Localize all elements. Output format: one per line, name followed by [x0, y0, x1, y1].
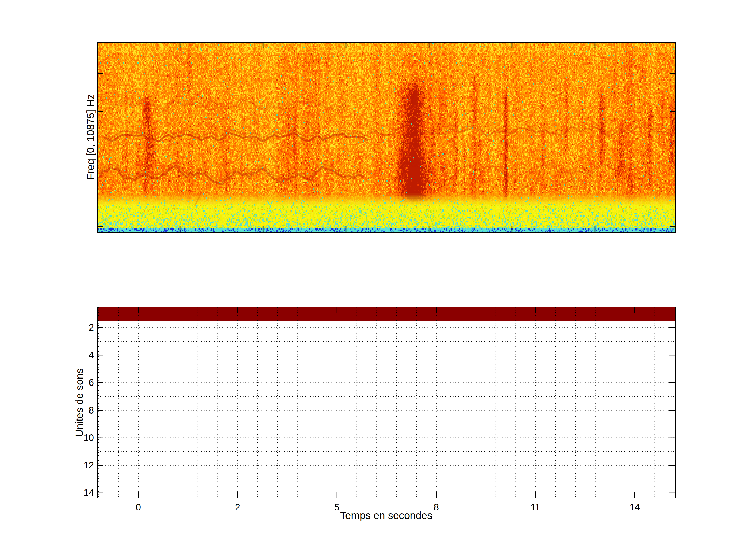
y-tick-label: 12 [83, 460, 94, 471]
figure-window: { "figure": {"width": 2880, "height": 21… [0, 0, 747, 560]
spectrogram-y-axis-label: Freq [0, 10875] Hz [85, 94, 97, 180]
detections-plot [97, 307, 676, 498]
y-tick-label: 2 [89, 322, 94, 333]
y-tick-label: 4 [89, 350, 94, 361]
detection-bar [97, 307, 676, 321]
y-tick-label: 8 [89, 405, 94, 416]
axes-border [98, 307, 675, 498]
x-tick-label: 2 [235, 502, 240, 513]
detections-x-axis-label: Temps en secondes [340, 510, 432, 522]
x-tick-label: 8 [434, 502, 439, 513]
x-tick-label: 11 [531, 502, 540, 513]
x-tick-label: 0 [136, 502, 141, 513]
detections-y-axis-label: Unites de sons [74, 368, 85, 437]
y-tick-label: 14 [83, 487, 94, 498]
spectrogram-plot [97, 42, 676, 233]
x-tick-label: 5 [334, 502, 339, 513]
x-tick-label: 14 [629, 502, 640, 513]
y-tick-label: 10 [83, 432, 94, 443]
y-tick-label: 6 [89, 377, 94, 388]
